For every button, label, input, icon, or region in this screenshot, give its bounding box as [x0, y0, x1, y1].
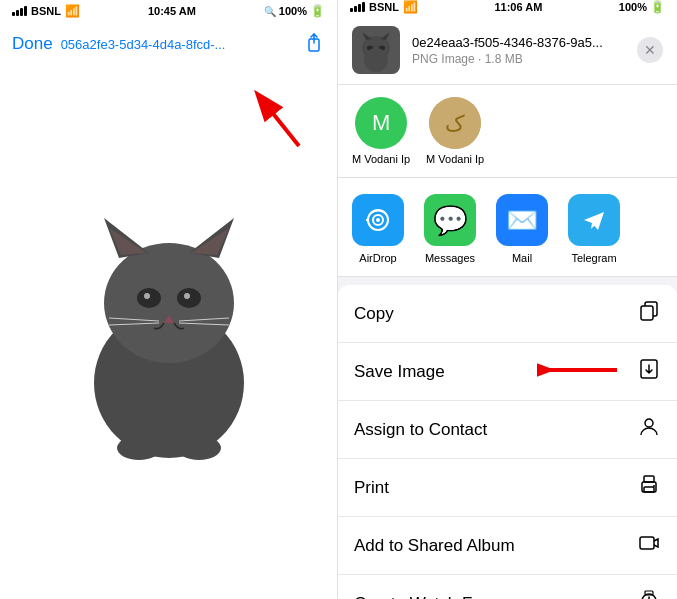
- right-panel: BSNL 📶 11:06 AM 100% 🔋: [338, 0, 677, 599]
- left-location-icon: 🔍: [264, 6, 276, 17]
- contact-avatar-1: M: [355, 97, 407, 149]
- right-status-left: BSNL 📶: [350, 0, 418, 14]
- action-save-image[interactable]: Save Image: [338, 343, 677, 401]
- share-header: 0e24eaa3-f505-4346-8376-9a5... PNG Image…: [338, 14, 677, 85]
- svg-point-37: [653, 485, 655, 487]
- close-button[interactable]: ✕: [637, 37, 663, 63]
- action-watch-face[interactable]: Create Watch Face: [338, 575, 677, 599]
- right-signal-bar-2: [354, 6, 357, 12]
- action-print[interactable]: Print: [338, 459, 677, 517]
- cat-image-area: [0, 66, 337, 599]
- left-panel: BSNL 📶 10:45 AM 🔍 100% 🔋 Done 056a2fe3-5…: [0, 0, 338, 599]
- contacts-row: M M Vodani Ip ک M Vodani Ip: [338, 85, 677, 178]
- right-battery-icon: 🔋: [650, 0, 665, 14]
- left-status-bar: BSNL 📶 10:45 AM 🔍 100% 🔋: [0, 0, 337, 22]
- signal-bar-3: [20, 8, 23, 16]
- svg-point-24: [364, 48, 388, 72]
- watch-face-icon: [637, 589, 661, 599]
- left-battery-area: 🔍 100% 🔋: [264, 4, 325, 18]
- svg-rect-31: [641, 306, 653, 320]
- right-signal-bars: [350, 2, 365, 12]
- contact-name-1: M Vodani Ip: [352, 153, 410, 165]
- telegram-icon: [568, 194, 620, 246]
- file-thumbnail: [352, 26, 400, 74]
- file-subtitle: PNG Image · 1.8 MB: [412, 52, 625, 66]
- print-label: Print: [354, 478, 389, 498]
- right-wifi-icon: 📶: [403, 0, 418, 14]
- watch-face-label: Create Watch Face: [354, 594, 500, 600]
- contact-initial-1: M: [372, 110, 390, 136]
- file-info: 0e24eaa3-f505-4346-8376-9a5... PNG Image…: [412, 35, 625, 66]
- signal-bar-4: [24, 6, 27, 16]
- messages-icon: 💬: [424, 194, 476, 246]
- print-icon: [637, 473, 661, 502]
- signal-bars: [12, 6, 27, 16]
- done-button[interactable]: Done: [12, 34, 53, 54]
- right-signal-bar-3: [358, 4, 361, 12]
- contact-item-1[interactable]: M M Vodani Ip: [352, 97, 410, 165]
- app-item-telegram[interactable]: Telegram: [568, 194, 620, 264]
- apps-row: AirDrop 💬 Messages ✉️ Mail Telegram: [338, 178, 677, 277]
- svg-point-10: [184, 293, 190, 299]
- assign-contact-icon: [637, 415, 661, 444]
- share-sheet: 0e24eaa3-f505-4346-8376-9a5... PNG Image…: [338, 14, 677, 599]
- copy-label: Copy: [354, 304, 394, 324]
- airdrop-label: AirDrop: [359, 252, 396, 264]
- svg-point-29: [376, 218, 380, 222]
- signal-bar-1: [12, 12, 15, 16]
- right-battery-area: 100% 🔋: [619, 0, 665, 14]
- file-title: 0e24eaa3-f505-4346-8376-9a5...: [412, 35, 625, 50]
- action-section-1: Copy Save Image: [338, 285, 677, 599]
- left-status-left: BSNL 📶: [12, 4, 80, 18]
- svg-point-16: [117, 436, 161, 460]
- svg-text:ک: ک: [445, 111, 465, 136]
- save-arrow-annotation: [537, 350, 627, 394]
- right-signal-bar-4: [362, 2, 365, 12]
- action-copy[interactable]: Copy: [338, 285, 677, 343]
- assign-contact-label: Assign to Contact: [354, 420, 487, 440]
- mail-icon: ✉️: [496, 194, 548, 246]
- left-carrier: BSNL: [31, 5, 61, 17]
- left-file-name: 056a2fe3-5d34-4d4a-8fcd-...: [61, 37, 303, 52]
- right-carrier: BSNL: [369, 1, 399, 13]
- contact-name-2: M Vodani Ip: [426, 153, 484, 165]
- right-battery-pct: 100%: [619, 1, 647, 13]
- messages-label: Messages: [425, 252, 475, 264]
- share-button[interactable]: [303, 31, 325, 58]
- save-image-label: Save Image: [354, 362, 445, 382]
- mail-label: Mail: [512, 252, 532, 264]
- contact-item-2[interactable]: ک M Vodani Ip: [426, 97, 484, 165]
- action-assign-contact[interactable]: Assign to Contact: [338, 401, 677, 459]
- svg-rect-36: [644, 487, 654, 492]
- left-battery-icon: 🔋: [310, 4, 325, 18]
- shared-album-label: Add to Shared Album: [354, 536, 515, 556]
- left-nav-bar: Done 056a2fe3-5d34-4d4a-8fcd-...: [0, 22, 337, 66]
- signal-bar-2: [16, 10, 19, 16]
- right-time: 11:06 AM: [494, 1, 542, 13]
- svg-point-33: [645, 419, 653, 427]
- svg-rect-35: [644, 476, 654, 482]
- svg-point-9: [144, 293, 150, 299]
- right-signal-bar-1: [350, 8, 353, 12]
- svg-point-2: [104, 243, 234, 363]
- app-item-airdrop[interactable]: AirDrop: [352, 194, 404, 264]
- left-wifi-icon: 📶: [65, 4, 80, 18]
- contact-avatar-2: ک: [429, 97, 481, 149]
- arrow-annotation: [239, 76, 319, 160]
- left-time: 10:45 AM: [148, 5, 196, 17]
- svg-point-17: [177, 436, 221, 460]
- telegram-label: Telegram: [571, 252, 616, 264]
- save-image-icon: [637, 357, 661, 386]
- app-item-mail[interactable]: ✉️ Mail: [496, 194, 548, 264]
- action-list: Copy Save Image: [338, 285, 677, 599]
- cat-image: [59, 193, 279, 473]
- right-status-bar: BSNL 📶 11:06 AM 100% 🔋: [338, 0, 677, 14]
- action-shared-album[interactable]: Add to Shared Album: [338, 517, 677, 575]
- airdrop-icon: [352, 194, 404, 246]
- svg-rect-38: [640, 537, 654, 549]
- app-item-messages[interactable]: 💬 Messages: [424, 194, 476, 264]
- left-battery-pct: 100%: [279, 5, 307, 17]
- copy-icon: [637, 299, 661, 328]
- shared-album-icon: [637, 531, 661, 560]
